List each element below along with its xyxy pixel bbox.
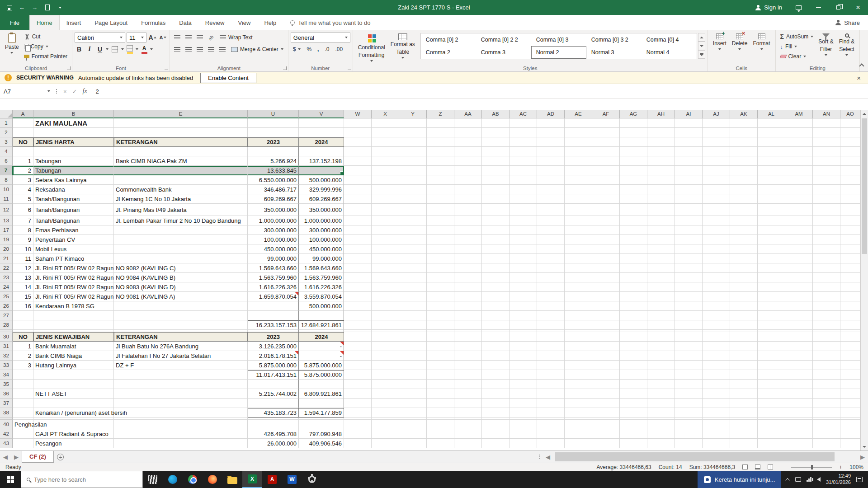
cell-W27[interactable]: [344, 311, 372, 320]
zoom-out-button[interactable]: −: [780, 464, 784, 470]
cell-AI19[interactable]: [675, 235, 703, 244]
cell-AF42[interactable]: [592, 429, 620, 439]
cell-X19[interactable]: [372, 235, 399, 244]
insert-cells-button[interactable]: Insert: [710, 32, 729, 52]
cell-AH23[interactable]: [647, 273, 675, 282]
cell-E13[interactable]: Jl. Lembah Pakar Timur 2 No 10 Dago Band…: [114, 216, 248, 225]
autosum-button[interactable]: ΣAutoSum: [778, 32, 816, 42]
cell-Z40[interactable]: [427, 420, 454, 429]
style-comma-2[interactable]: Comma 2: [421, 46, 476, 59]
cell-Y19[interactable]: [399, 235, 427, 244]
cell-AM10[interactable]: [785, 185, 813, 194]
cell-W42[interactable]: [344, 429, 372, 439]
cell-A28[interactable]: [13, 320, 33, 330]
tablet-icon[interactable]: [795, 477, 801, 482]
cell-Z27[interactable]: [427, 311, 454, 320]
cell-E11[interactable]: Jl Kemang 1C No 10 Jakarta: [114, 194, 248, 204]
gallery-scroll-down-button[interactable]: [698, 42, 705, 50]
cell-U4[interactable]: [248, 147, 299, 156]
cell-AB43[interactable]: [482, 439, 509, 448]
align-left-button[interactable]: [172, 44, 182, 54]
cell-W37[interactable]: [344, 399, 372, 408]
cell-AD17[interactable]: [537, 225, 565, 235]
cell-X10[interactable]: [372, 185, 399, 194]
row-header-31[interactable]: 31: [0, 342, 13, 351]
cell-AN7[interactable]: [813, 166, 840, 175]
cell-AJ36[interactable]: [703, 389, 730, 399]
cell-U24[interactable]: 1.616.226.326: [248, 282, 299, 292]
cell-B3[interactable]: JENIS HARTA: [33, 137, 114, 147]
cell-AC27[interactable]: [509, 311, 537, 320]
cell-V17[interactable]: 300.000.000: [299, 225, 344, 235]
cell-AM31[interactable]: [785, 342, 813, 351]
cell-E33[interactable]: DZ + F: [114, 361, 248, 370]
cell-V38[interactable]: 1.594.177.859: [299, 408, 344, 418]
taskbar-chrome[interactable]: [183, 471, 203, 488]
cell-AK34[interactable]: [730, 370, 758, 380]
cell-Z36[interactable]: [427, 389, 454, 399]
cell-A21[interactable]: 11: [13, 254, 33, 263]
fill-color-button[interactable]: [125, 44, 134, 54]
cell-AI28[interactable]: [675, 320, 703, 330]
column-header-AB[interactable]: AB: [482, 110, 509, 118]
cell-X40[interactable]: [372, 420, 399, 429]
taskbar-excel[interactable]: X: [242, 471, 262, 488]
cell-W24[interactable]: [344, 282, 372, 292]
cell-AH37[interactable]: [647, 399, 675, 408]
cell-AA42[interactable]: [454, 429, 482, 439]
cell-W36[interactable]: [344, 389, 372, 399]
cell-AG34[interactable]: [620, 370, 647, 380]
close-warning-icon[interactable]: ×: [857, 74, 868, 82]
cell-AK19[interactable]: [730, 235, 758, 244]
cell-AJ28[interactable]: [703, 320, 730, 330]
horizontal-scroll-track[interactable]: [553, 451, 857, 463]
cell-AM40[interactable]: [785, 420, 813, 429]
page-break-view-button[interactable]: [768, 465, 773, 469]
cell-AO31[interactable]: [840, 342, 860, 351]
action-center-icon[interactable]: [856, 477, 863, 482]
cell-AB20[interactable]: [482, 244, 509, 254]
cell-E43[interactable]: [114, 439, 248, 448]
cell-AM34[interactable]: [785, 370, 813, 380]
decrease-font-size-button[interactable]: A: [158, 33, 167, 42]
cell-W2[interactable]: [344, 128, 372, 137]
cell-AG22[interactable]: [620, 263, 647, 273]
cell-AB19[interactable]: [482, 235, 509, 244]
cell-V13[interactable]: 1.000.000.000: [299, 216, 344, 225]
cell-AG4[interactable]: [620, 147, 647, 156]
cell-Z28[interactable]: [427, 320, 454, 330]
cell-AN19[interactable]: [813, 235, 840, 244]
cell-E20[interactable]: [114, 244, 248, 254]
cell-AG1[interactable]: [620, 118, 647, 128]
cell-V33[interactable]: 5.875.000.000: [299, 361, 344, 370]
cell-E8[interactable]: [114, 175, 248, 185]
cell-W3[interactable]: [344, 137, 372, 147]
column-header-AL[interactable]: AL: [758, 110, 785, 118]
cell-AE33[interactable]: [565, 361, 592, 370]
cell-Z30[interactable]: [427, 332, 454, 342]
network-icon[interactable]: [807, 477, 811, 482]
cell-X30[interactable]: [372, 332, 399, 342]
cell-AM6[interactable]: [785, 156, 813, 166]
cell-X27[interactable]: [372, 311, 399, 320]
cell-AC33[interactable]: [509, 361, 537, 370]
cell-AI10[interactable]: [675, 185, 703, 194]
cell-AF19[interactable]: [592, 235, 620, 244]
cell-AD2[interactable]: [537, 128, 565, 137]
cell-AA7[interactable]: [454, 166, 482, 175]
cell-A4[interactable]: [13, 147, 33, 156]
redo-button[interactable]: →: [29, 2, 40, 13]
cell-B12[interactable]: Tanah/Bangunan: [33, 204, 114, 216]
row-header-13[interactable]: 13: [0, 216, 13, 225]
cell-AK23[interactable]: [730, 273, 758, 282]
cell-AO28[interactable]: [840, 320, 860, 330]
cell-V20[interactable]: 450.000.000: [299, 244, 344, 254]
insert-function-button[interactable]: fx: [83, 88, 87, 95]
cell-AK6[interactable]: [730, 156, 758, 166]
search-input[interactable]: [34, 476, 142, 483]
cell-AJ35[interactable]: [703, 380, 730, 389]
cell-AH34[interactable]: [647, 370, 675, 380]
cell-AF34[interactable]: [592, 370, 620, 380]
cell-AN12[interactable]: [813, 204, 840, 216]
cell-AC1[interactable]: [509, 118, 537, 128]
